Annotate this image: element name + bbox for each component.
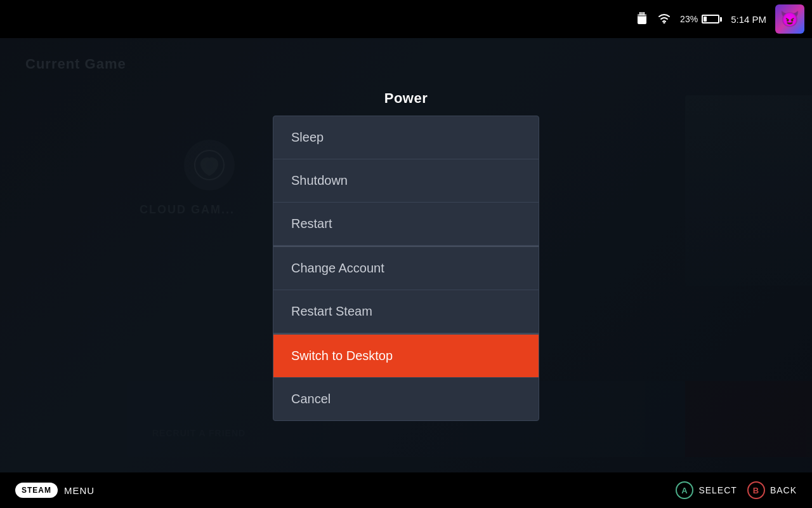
wifi-icon [657, 12, 671, 27]
status-icons: 23% 5:14 PM [636, 4, 804, 34]
menu-item-cancel[interactable]: Cancel [273, 378, 539, 420]
a-button-icon: A [676, 481, 693, 499]
battery-indicator: 23% [680, 14, 722, 24]
svg-point-7 [664, 22, 665, 23]
user-avatar[interactable] [775, 4, 804, 34]
bottom-right-controls: A SELECT B BACK [676, 481, 797, 499]
svg-rect-5 [641, 12, 643, 15]
bottom-bar: STEAM MENU A SELECT B BACK [0, 472, 812, 508]
battery-percent-text: 23% [680, 14, 698, 24]
power-modal: Power Sleep Shutdown Restart Change Acco… [266, 38, 546, 472]
menu-item-change-account[interactable]: Change Account [273, 246, 539, 290]
top-bar: 23% 5:14 PM [0, 0, 812, 38]
select-label: SELECT [698, 485, 737, 495]
time-display: 5:14 PM [731, 14, 766, 25]
power-menu: Sleep Shutdown Restart Change Account Re… [273, 116, 539, 421]
power-title: Power [384, 90, 428, 107]
menu-item-sleep[interactable]: Sleep [273, 116, 539, 159]
steam-label: STEAM [15, 483, 58, 498]
svg-rect-4 [639, 12, 641, 15]
menu-item-shutdown[interactable]: Shutdown [273, 159, 539, 203]
menu-label: MENU [64, 485, 95, 496]
select-control[interactable]: A SELECT [676, 481, 737, 499]
menu-item-restart[interactable]: Restart [273, 203, 539, 246]
menu-item-restart-steam[interactable]: Restart Steam [273, 290, 539, 333]
svg-rect-6 [643, 12, 645, 15]
sd-card-icon [636, 11, 648, 28]
back-control[interactable]: B BACK [747, 481, 797, 499]
steam-menu-btn[interactable]: STEAM MENU [15, 483, 95, 498]
battery-icon [702, 15, 722, 23]
back-label: BACK [770, 485, 797, 495]
b-button-icon: B [747, 481, 765, 499]
menu-item-switch-desktop[interactable]: Switch to Desktop [273, 333, 539, 378]
